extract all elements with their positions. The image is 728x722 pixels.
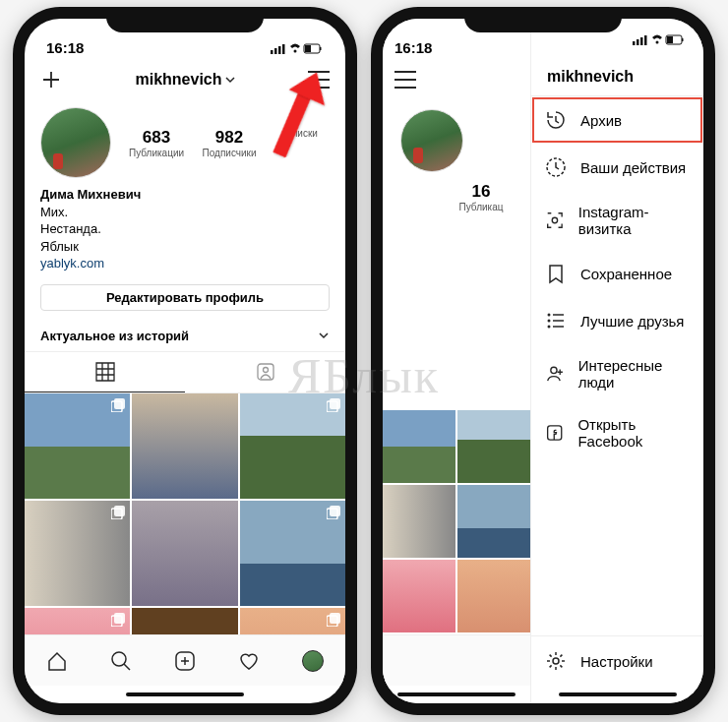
grid-icon xyxy=(95,362,115,382)
svg-point-36 xyxy=(548,326,551,329)
post-thumbnail[interactable] xyxy=(132,501,237,606)
menu-label: Ваши действия xyxy=(580,159,686,176)
gear-icon xyxy=(545,650,567,672)
svg-point-35 xyxy=(548,320,551,323)
phone-right: 16:18 16 Публикац xyxy=(371,7,715,715)
menu-item-nametag[interactable]: Instagram-визитка xyxy=(531,191,703,250)
svg-point-4 xyxy=(294,50,297,53)
home-icon[interactable] xyxy=(46,650,68,672)
avatar[interactable] xyxy=(40,107,111,178)
add-button[interactable] xyxy=(38,67,64,92)
facebook-icon xyxy=(545,422,564,444)
menu-label: Интересные люди xyxy=(578,357,690,391)
svg-rect-18 xyxy=(114,613,125,624)
post-thumbnail[interactable] xyxy=(132,393,237,499)
svg-rect-12 xyxy=(330,398,340,409)
svg-point-9 xyxy=(263,368,268,373)
svg-rect-20 xyxy=(330,613,340,624)
post-thumbnail[interactable] xyxy=(25,501,130,606)
multi-photo-icon xyxy=(111,613,125,627)
svg-rect-27 xyxy=(644,35,647,45)
status-time: 16:18 xyxy=(394,39,432,56)
svg-rect-30 xyxy=(667,36,673,43)
phone-left: 16:18 mikhnevich 683 Публикации xyxy=(13,7,357,715)
post-thumbnail[interactable] xyxy=(132,608,237,634)
home-indicator xyxy=(25,686,345,703)
svg-point-37 xyxy=(551,367,557,373)
svg-rect-16 xyxy=(330,506,340,516)
menu-item-saved[interactable]: Сохраненное xyxy=(531,250,703,297)
bio-line: Яблык xyxy=(40,238,330,256)
post-thumbnail[interactable] xyxy=(25,608,130,634)
plus-icon xyxy=(40,69,62,90)
profile-tab-avatar[interactable] xyxy=(302,650,324,672)
side-drawer: mikhnevich Архив Ваши действия Instagram… xyxy=(530,19,703,703)
menu-label: Сохраненное xyxy=(580,266,672,282)
bio-link[interactable]: yablyk.com xyxy=(40,255,330,272)
posts-grid xyxy=(25,393,345,634)
svg-point-39 xyxy=(553,658,559,664)
new-post-icon[interactable] xyxy=(174,650,196,672)
status-indicators xyxy=(633,32,686,50)
display-name: Дима Михневич xyxy=(40,186,330,204)
post-thumbnail[interactable] xyxy=(240,608,345,634)
post-thumbnail xyxy=(457,560,530,632)
svg-rect-0 xyxy=(271,50,273,54)
status-time: 16:18 xyxy=(46,39,84,56)
history-icon xyxy=(545,109,567,131)
avatar xyxy=(400,109,463,172)
svg-rect-3 xyxy=(282,44,285,54)
bio-section: Дима Михневич Мих. Нестанда. Яблык yably… xyxy=(25,182,345,280)
search-icon[interactable] xyxy=(110,650,132,672)
tab-tagged[interactable] xyxy=(185,352,345,392)
multi-photo-icon xyxy=(327,398,340,412)
svg-rect-2 xyxy=(278,46,281,54)
multi-photo-icon xyxy=(111,506,125,519)
username-label: mikhnevich xyxy=(135,71,221,89)
post-thumbnail[interactable] xyxy=(240,393,345,499)
multi-photo-icon xyxy=(327,506,340,519)
posts-count: 683 xyxy=(129,128,184,148)
activity-icon xyxy=(545,156,567,178)
post-thumbnail[interactable] xyxy=(25,393,130,499)
menu-item-discover[interactable]: Интересные люди xyxy=(531,344,703,403)
hamburger-icon[interactable] xyxy=(394,71,416,89)
menu-item-settings[interactable]: Настройки xyxy=(531,635,703,686)
stat-followers[interactable]: 982 Подписчики xyxy=(202,128,257,158)
username-dropdown[interactable]: mikhnevich xyxy=(135,71,234,89)
menu-item-activity[interactable]: Ваши действия xyxy=(531,144,703,191)
edit-profile-button[interactable]: Редактировать профиль xyxy=(40,284,330,311)
post-thumbnail xyxy=(457,485,530,558)
post-thumbnail xyxy=(383,485,455,558)
svg-rect-7 xyxy=(320,47,322,50)
svg-point-22 xyxy=(112,652,126,666)
menu-item-facebook[interactable]: Открыть Facebook xyxy=(531,403,703,462)
svg-rect-31 xyxy=(682,38,684,41)
svg-rect-6 xyxy=(305,45,311,52)
tab-grid[interactable] xyxy=(25,352,185,392)
svg-rect-25 xyxy=(637,39,639,45)
menu-label: Архив xyxy=(580,112,622,129)
tagged-icon xyxy=(256,362,275,382)
chevron-down-icon xyxy=(225,75,235,85)
highlights-row[interactable]: Актуальное из историй xyxy=(25,321,345,352)
post-thumbnail xyxy=(383,560,455,632)
heart-icon[interactable] xyxy=(238,650,260,672)
post-thumbnail[interactable] xyxy=(240,501,345,606)
bio-line: Мих. xyxy=(40,204,330,221)
svg-rect-1 xyxy=(274,48,277,54)
svg-point-28 xyxy=(656,41,659,44)
multi-photo-icon xyxy=(327,613,340,627)
multi-photo-icon xyxy=(111,398,125,412)
highlights-label: Актуальное из историй xyxy=(40,329,189,343)
notch xyxy=(106,7,264,32)
svg-point-34 xyxy=(548,314,551,317)
posts-label: Публикации xyxy=(129,148,184,158)
followers-label: Подписчики xyxy=(202,148,257,158)
stat-posts[interactable]: 683 Публикации xyxy=(129,128,184,158)
menu-item-archive[interactable]: Архив xyxy=(531,96,703,144)
bio-line: Нестанда. xyxy=(40,220,330,238)
followers-count: 982 xyxy=(202,128,257,148)
menu-item-close-friends[interactable]: Лучшие друзья xyxy=(531,297,703,344)
svg-rect-26 xyxy=(640,37,643,45)
